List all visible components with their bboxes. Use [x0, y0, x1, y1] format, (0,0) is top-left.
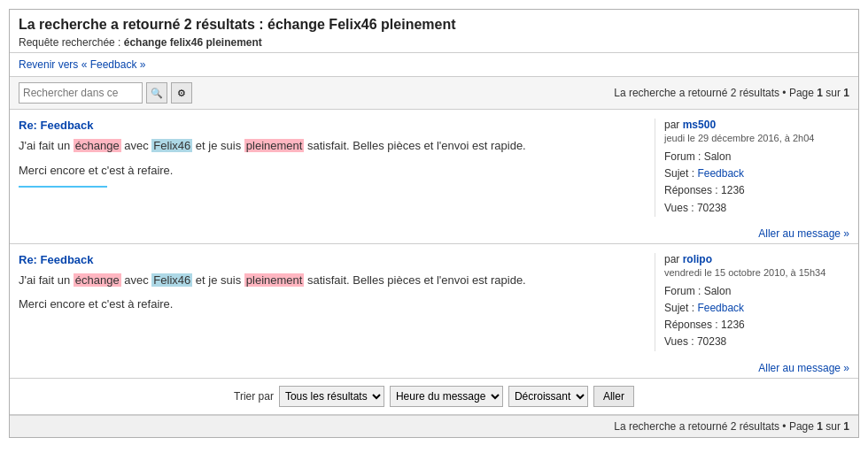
text-part-2-2: et je suis: [192, 273, 244, 287]
settings-button[interactable]: ⚙: [171, 82, 192, 104]
main-container: La recherche a retourné 2 résultats : éc…: [9, 9, 859, 438]
result-extra-1: Merci encore et c'est à refaire.: [19, 162, 646, 180]
aller-msg-1: Aller au message »: [10, 226, 858, 243]
search-query: Requête recherchée : échange felix46 ple…: [19, 36, 849, 49]
result-item-1: Re: Feedback J'ai fait un échange avec F…: [10, 110, 858, 244]
result-meta-2: par rolipo vendredi le 15 octobre 2010, …: [655, 253, 849, 351]
meta-username-2[interactable]: rolipo: [683, 253, 712, 265]
result-item-2: Re: Feedback J'ai fait un échange avec F…: [10, 244, 858, 379]
views-label-2: Vues :: [664, 335, 694, 348]
subject-link-1[interactable]: Feedback: [697, 167, 744, 180]
forum-value-2: Salon: [704, 285, 732, 297]
aller-msg-2: Aller au message »: [10, 360, 858, 378]
back-link-bar: Revenir vers « Feedback »: [10, 53, 858, 77]
result-text-1: J'ai fait un échange avec Felix46 et je …: [19, 137, 646, 155]
replies-label-2: Réponses :: [664, 319, 718, 331]
text-part-0: J'ai fait un: [19, 139, 74, 152]
text-part-3: satisfait. Belles pièces et l'envoi est …: [304, 139, 525, 152]
meta-date-2: vendredi le 15 octobre 2010, à 15h34: [664, 267, 849, 278]
highlight-echange-2: échange: [74, 273, 121, 287]
search-button[interactable]: 🔍: [146, 82, 167, 104]
search-bar: 🔍 ⚙ La recherche a retourné 2 résultats …: [10, 77, 858, 110]
meta-by-1: par ms500: [664, 119, 849, 131]
result-body-2: Re: Feedback J'ai fait un échange avec F…: [19, 253, 646, 351]
sort-bar: Trier par Tous les résultats Heure du me…: [10, 379, 858, 415]
search-input[interactable]: [19, 82, 143, 104]
forum-label-1: Forum :: [664, 150, 701, 163]
footer-bar: La recherche a retourné 2 résultats • Pa…: [10, 415, 858, 437]
subject-label-2: Sujet :: [664, 302, 694, 314]
meta-date-1: jeudi le 29 décembre 2016, à 2h04: [664, 133, 849, 143]
result-extra-2: Merci encore et c'est à refaire.: [19, 296, 646, 313]
sort-label: Trier par: [234, 390, 274, 403]
meta-info-2: Forum : Salon Sujet : Feedback Réponses …: [664, 283, 849, 351]
sort-select-2[interactable]: Heure du message: [390, 386, 503, 407]
text-part-1: avec: [121, 139, 152, 152]
text-part-2: et je suis: [192, 139, 244, 152]
page-current: 1: [817, 87, 823, 99]
forum-label-2: Forum :: [664, 285, 701, 297]
footer-page-sep: sur: [825, 420, 841, 433]
footer-page-current: 1: [817, 420, 823, 433]
meta-by-2: par rolipo: [664, 253, 849, 265]
by-label-2: par: [664, 253, 679, 265]
highlight-felix46-1: Felix46: [151, 139, 192, 152]
aller-link-2[interactable]: Aller au message »: [758, 362, 849, 374]
text-part-2-3: satisfait. Belles pièces et l'envoi est …: [304, 273, 525, 287]
highlight-pleinement-2: pleinement: [244, 273, 305, 287]
search-bar-left: 🔍 ⚙: [19, 82, 192, 104]
sort-select-1[interactable]: Tous les résultats: [279, 386, 384, 407]
result-inner-1: Re: Feedback J'ai fait un échange avec F…: [10, 110, 858, 226]
footer-page-total: 1: [843, 420, 849, 433]
results-text: La recherche a retourné 2 résultats • Pa…: [614, 87, 814, 99]
gear-icon: ⚙: [177, 88, 186, 99]
replies-value-2: 1236: [721, 319, 745, 331]
subject-link-2[interactable]: Feedback: [697, 302, 744, 314]
views-value-1: 70238: [697, 202, 726, 214]
result-title-1: Re: Feedback: [19, 119, 646, 132]
sort-select-3[interactable]: Décroissant: [508, 386, 588, 407]
separator-1: [19, 186, 107, 188]
views-label-1: Vues :: [664, 202, 694, 214]
result-meta-1: par ms500 jeudi le 29 décembre 2016, à 2…: [655, 119, 849, 217]
subject-label-1: Sujet :: [664, 167, 694, 180]
page-title: La recherche a retourné 2 résultats : éc…: [19, 17, 849, 33]
footer-text: La recherche a retourné 2 résultats • Pa…: [614, 420, 814, 433]
meta-info-1: Forum : Salon Sujet : Feedback Réponses …: [664, 149, 849, 217]
result-body-1: Re: Feedback J'ai fait un échange avec F…: [19, 119, 646, 217]
search-icon: 🔍: [151, 88, 163, 99]
query-value: échange felix46 pleinement: [124, 36, 262, 49]
replies-label-1: Réponses :: [664, 184, 718, 196]
result-inner-2: Re: Feedback J'ai fait un échange avec F…: [10, 244, 858, 360]
aller-link-1[interactable]: Aller au message »: [758, 227, 849, 240]
result-text-2: J'ai fait un échange avec Felix46 et je …: [19, 272, 646, 289]
text-part-2-0: J'ai fait un: [19, 273, 74, 287]
sort-go-button[interactable]: Aller: [593, 386, 634, 407]
meta-username-1[interactable]: ms500: [683, 119, 716, 131]
query-label: Requête recherchée :: [19, 36, 120, 49]
highlight-pleinement-1: pleinement: [244, 139, 305, 152]
highlight-felix46-2: Felix46: [151, 273, 192, 287]
top-header: La recherche a retourné 2 résultats : éc…: [10, 10, 858, 53]
highlight-echange-1: échange: [74, 139, 121, 152]
forum-value-1: Salon: [704, 150, 732, 163]
search-bar-results: La recherche a retourné 2 résultats • Pa…: [614, 87, 849, 99]
views-value-2: 70238: [697, 335, 726, 348]
by-label-1: par: [664, 119, 679, 131]
page-total: 1: [843, 87, 849, 99]
back-link[interactable]: Revenir vers « Feedback »: [19, 58, 145, 71]
replies-value-1: 1236: [721, 184, 745, 196]
text-part-2-1: avec: [121, 273, 152, 287]
page-sep: sur: [825, 87, 841, 99]
result-title-2: Re: Feedback: [19, 253, 646, 266]
